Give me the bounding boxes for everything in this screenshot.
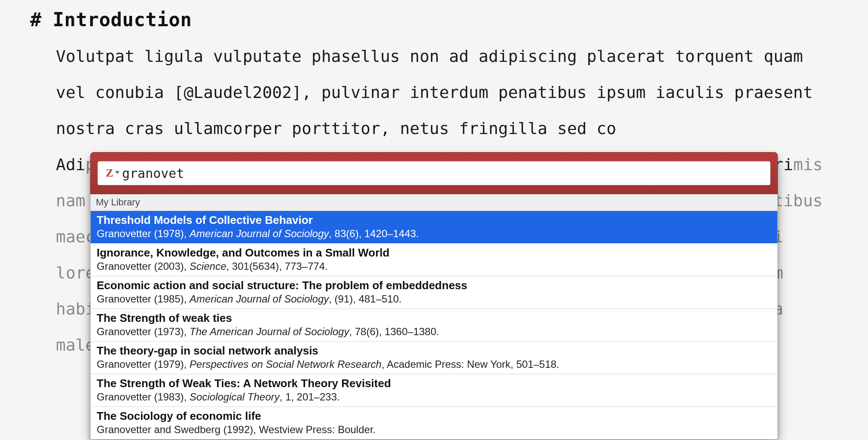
citation-result-title: Threshold Models of Collective Behavior [97, 214, 771, 227]
citation-result[interactable]: Economic action and social structure: Th… [91, 276, 777, 309]
citation-picker: Z My Library Threshold Models of Collect… [90, 152, 778, 440]
zotero-icon-letter: Z [106, 168, 113, 179]
citation-result-title: The Strength of Weak Ties: A Network The… [97, 377, 771, 390]
zotero-icon[interactable]: Z [104, 168, 115, 179]
heading-text: Introduction [53, 9, 192, 31]
citation-result-title: The Strength of weak ties [97, 312, 771, 325]
citation-result-meta: Granovetter and Swedberg (1992), Westvie… [97, 424, 771, 436]
picker-search-bar: Z [90, 152, 778, 194]
citation-result-meta: Granovetter (1985), American Journal of … [97, 293, 771, 305]
citation-result-title: Ignorance, Knowledge, and Outcomes in a … [97, 246, 771, 260]
citation-result-title: The Sociology of economic life [97, 409, 771, 423]
citation-result[interactable]: The Strength of Weak Ties: A Network The… [91, 374, 777, 407]
citation-result-meta: Granovetter (1973), The American Journal… [97, 326, 771, 338]
body-mid-start: Adi [56, 155, 86, 174]
citation-result-meta: Granovetter (1979), Perspectives on Soci… [97, 358, 771, 370]
citation-result[interactable]: The theory-gap in social network analysi… [91, 342, 777, 374]
heading-row: # Introduction [30, 9, 842, 31]
citation-result[interactable]: The Strength of weak tiesGranovetter (19… [91, 309, 777, 342]
citation-result[interactable]: The Sociology of economic lifeGranovette… [91, 407, 777, 439]
citation-result[interactable]: Ignorance, Knowledge, and Outcomes in a … [91, 244, 777, 276]
citation-result-title: The theory-gap in social network analysi… [97, 344, 771, 358]
citation-results-list: Threshold Models of Collective BehaviorG… [90, 211, 778, 440]
library-label: My Library [90, 194, 778, 211]
citation-result-meta: Granovetter (1978), American Journal of … [97, 228, 771, 240]
citation-result-meta: Granovetter (1983), Sociological Theory,… [97, 391, 771, 403]
body-pre: Volutpat ligula vulputate phasellus non … [56, 47, 813, 138]
picker-search-box[interactable]: Z [98, 161, 770, 185]
heading-marker: # [30, 9, 42, 31]
citation-search-input[interactable] [121, 165, 764, 181]
chevron-down-icon [115, 171, 119, 174]
citation-result-title: Economic action and social structure: Th… [97, 279, 771, 292]
citation-result-meta: Granovetter (2003), Science, 301(5634), … [97, 260, 771, 272]
citation-result[interactable]: Threshold Models of Collective BehaviorG… [91, 211, 777, 244]
